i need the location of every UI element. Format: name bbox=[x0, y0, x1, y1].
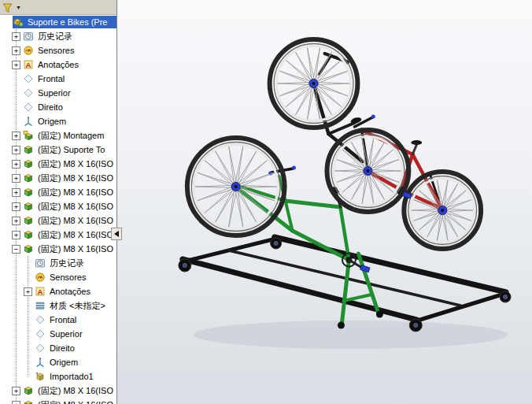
expand-toggle-icon[interactable]: + bbox=[12, 61, 20, 69]
feature-tree: Suporte e Bikes (Pre+历史记录+Sensores+AAnot… bbox=[0, 15, 116, 404]
expand-toggle-icon[interactable]: + bbox=[12, 32, 20, 41]
tree-item-body[interactable]: (固定) M8 X 16(ISO bbox=[23, 186, 116, 198]
expand-toggle-icon[interactable]: + bbox=[12, 387, 20, 395]
tree-item-body[interactable]: (固定) M8 X 16(ISO bbox=[23, 158, 116, 170]
tree-item[interactable]: Superior bbox=[0, 327, 116, 341]
tree-item[interactable]: +(固定) M8 X 16(ISO bbox=[0, 199, 116, 213]
bike-wheels[interactable] bbox=[187, 39, 481, 249]
tree-item[interactable]: Suporte e Bikes (Pre bbox=[0, 15, 116, 29]
tree-item[interactable]: +Sensores bbox=[0, 43, 116, 57]
tree-item-body[interactable]: Frontal bbox=[23, 72, 116, 85]
tree-item-body[interactable]: (固定) M8 X 16(ISO bbox=[23, 228, 116, 241]
bike-wheel[interactable] bbox=[270, 39, 358, 128]
tree-item-body[interactable]: Direito bbox=[35, 342, 116, 354]
tree-item-body[interactable]: Superior bbox=[23, 87, 116, 99]
expand-toggle-icon[interactable]: + bbox=[12, 132, 20, 140]
origin-icon bbox=[35, 357, 46, 368]
history-icon bbox=[23, 31, 35, 42]
tree-item[interactable]: +(固定) M8 X 16(ISO bbox=[0, 228, 116, 242]
tree-item-body[interactable]: (固定) M8 X 16(ISO bbox=[23, 384, 116, 397]
tree-item[interactable]: Direito bbox=[0, 341, 116, 355]
tree-item[interactable]: Sensores bbox=[0, 270, 116, 284]
tree-item[interactable]: +(固定) M8 X 16(ISO bbox=[0, 185, 116, 199]
tree-item[interactable]: +(固定) M8 X 16(ISO bbox=[0, 398, 116, 404]
tree-item-label: (固定) M8 X 16(ISO bbox=[37, 243, 116, 256]
tree-item[interactable]: +AAnotações bbox=[0, 284, 116, 298]
expand-toggle-icon[interactable]: + bbox=[12, 217, 20, 225]
sensors-icon bbox=[23, 45, 35, 56]
tree-item-body[interactable]: (固定) M8 X 16(ISO bbox=[23, 200, 116, 213]
sensors-icon bbox=[35, 272, 46, 283]
expand-toggle-icon[interactable]: + bbox=[12, 160, 20, 169]
expand-toggle-icon[interactable]: + bbox=[12, 188, 20, 197]
tree-item[interactable]: Direito bbox=[0, 100, 116, 114]
tree-item-body[interactable]: Origem bbox=[23, 115, 116, 128]
tree-item[interactable]: +(固定) M8 X 16(ISO bbox=[0, 384, 116, 398]
tree-item[interactable]: +历史记录 bbox=[0, 29, 116, 43]
tree-item-body[interactable]: (固定) M8 X 16(ISO bbox=[23, 398, 116, 404]
tree-item[interactable]: Origem bbox=[0, 355, 116, 369]
tree-item-body[interactable]: (固定) M8 X 16(ISO bbox=[23, 243, 116, 255]
tree-item-body[interactable]: Importado1 bbox=[35, 370, 116, 383]
tree-item[interactable]: Frontal bbox=[0, 72, 116, 86]
bike-wheel[interactable] bbox=[404, 172, 481, 249]
svg-text:A: A bbox=[26, 61, 31, 69]
tree-item[interactable]: Superior bbox=[0, 86, 116, 100]
tree-item-label: 历史记录 bbox=[49, 257, 87, 270]
tree-item-label: Direito bbox=[49, 343, 77, 354]
panel-collapse-arrow[interactable] bbox=[111, 228, 122, 240]
tree-item[interactable]: Origem bbox=[0, 114, 116, 128]
expand-toggle-icon[interactable]: + bbox=[12, 46, 20, 55]
annotations-icon: A bbox=[35, 286, 46, 297]
tree-item[interactable]: Frontal bbox=[0, 313, 116, 327]
tree-item-body[interactable]: Origem bbox=[35, 356, 116, 369]
tree-item-body[interactable]: Frontal bbox=[35, 313, 116, 326]
expand-toggle-icon[interactable]: + bbox=[12, 401, 20, 404]
component-assembly-icon bbox=[23, 130, 35, 141]
tree-item[interactable]: +(固定) Montagem bbox=[0, 128, 116, 143]
filter-icon[interactable] bbox=[2, 2, 13, 13]
tree-item[interactable]: +(固定) M8 X 16(ISO bbox=[0, 213, 116, 228]
bike-wheel[interactable] bbox=[187, 138, 285, 235]
tree-item-body[interactable]: Sensores bbox=[35, 271, 116, 284]
tree-item-body[interactable]: (固定) M8 X 16(ISO bbox=[23, 214, 116, 227]
tree-item-label: Direito bbox=[37, 102, 65, 113]
expand-toggle-icon[interactable]: + bbox=[12, 174, 20, 183]
tree-item[interactable]: 材质 <未指定> bbox=[0, 298, 116, 313]
tree-item-body[interactable]: 历史记录 bbox=[35, 257, 116, 269]
tree-item-label: (固定) M8 X 16(ISO bbox=[37, 200, 116, 213]
tree-item[interactable]: −(固定) M8 X 16(ISO bbox=[0, 242, 116, 256]
component-part-icon bbox=[23, 144, 35, 155]
tree-item-label: Anotações bbox=[49, 286, 93, 297]
expand-toggle-icon[interactable]: + bbox=[12, 146, 20, 154]
filter-dropdown-arrow-icon[interactable]: ▼ bbox=[16, 5, 21, 10]
graphics-area[interactable] bbox=[117, 0, 532, 404]
tree-item[interactable]: Importado1 bbox=[0, 369, 116, 384]
tree-item-body[interactable]: AAnotações bbox=[35, 285, 116, 298]
tree-item-body[interactable]: (固定) M8 X 16(ISO bbox=[23, 172, 116, 184]
bike-wheel[interactable] bbox=[327, 130, 408, 212]
tree-item-label: (固定) M8 X 16(ISO bbox=[37, 398, 116, 404]
tree-item[interactable]: +(固定) Suporte To bbox=[0, 143, 116, 157]
tree-item-label: Superior bbox=[49, 328, 85, 339]
tree-item-body[interactable]: Direito bbox=[23, 101, 116, 113]
tree-item-body[interactable]: 材质 <未指定> bbox=[35, 299, 116, 312]
tree-item[interactable]: +(固定) M8 X 16(ISO bbox=[0, 157, 116, 171]
collapse-toggle-icon[interactable]: − bbox=[12, 245, 20, 254]
tree-item[interactable]: +AAnotações bbox=[0, 57, 116, 72]
tree-item-body[interactable]: Suporte e Bikes (Pre bbox=[13, 16, 116, 28]
viewport-3d-model[interactable] bbox=[117, 0, 532, 404]
expand-toggle-icon[interactable]: + bbox=[24, 287, 32, 296]
expand-toggle-icon[interactable]: + bbox=[12, 202, 20, 211]
tree-item[interactable]: +(固定) M8 X 16(ISO bbox=[0, 171, 116, 185]
caster-wheel bbox=[500, 291, 511, 302]
tree-item-body[interactable]: Sensores bbox=[23, 44, 116, 57]
tree-item-body[interactable]: (固定) Montagem bbox=[23, 129, 116, 142]
tree-item-body[interactable]: (固定) Suporte To bbox=[23, 143, 116, 156]
tree-item-body[interactable]: 历史记录 bbox=[23, 30, 116, 43]
expand-toggle-icon[interactable]: + bbox=[12, 231, 20, 239]
tree-item-label: (固定) M8 X 16(ISO bbox=[37, 172, 116, 185]
tree-item[interactable]: 历史记录 bbox=[0, 256, 116, 270]
tree-item-body[interactable]: Superior bbox=[35, 328, 116, 340]
tree-item-body[interactable]: AAnotações bbox=[23, 58, 116, 71]
